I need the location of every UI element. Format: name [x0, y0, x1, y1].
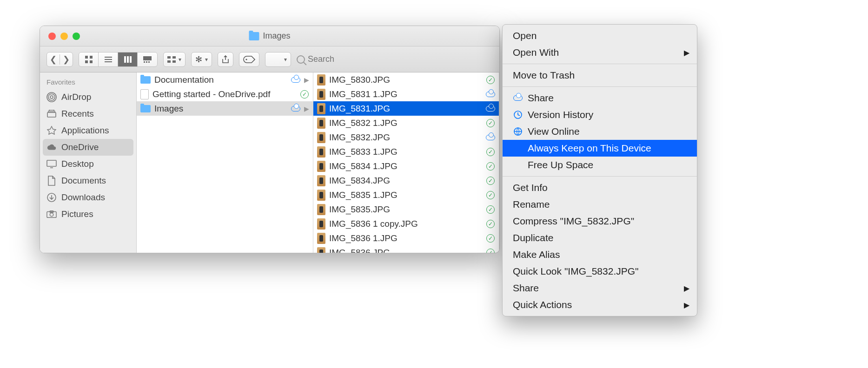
sidebar-item-recents[interactable]: Recents	[40, 105, 136, 122]
file-name: IMG_5831 1.JPG	[329, 89, 482, 99]
file-name: IMG_5834.JPG	[329, 176, 482, 186]
share-icon	[222, 55, 229, 64]
cloud-icon	[291, 104, 300, 113]
file-row[interactable]: IMG_5836 1 copy.JPG✓	[313, 217, 499, 231]
ctx-always-keep[interactable]: Always Keep on This Device	[503, 140, 697, 157]
minimize-button[interactable]	[60, 33, 68, 40]
ctx-quick-actions[interactable]: Quick Actions▶	[503, 296, 697, 313]
ctx-quick-look[interactable]: Quick Look "IMG_5832.JPG"	[503, 263, 697, 280]
file-row[interactable]: IMG_5834.JPG✓	[313, 173, 499, 188]
file-row[interactable]: IMG_5832 1.JPG✓	[313, 116, 499, 130]
airdrop-icon	[46, 92, 57, 102]
cloud-icon	[46, 143, 57, 152]
documents-icon	[46, 176, 57, 185]
file-row[interactable]: IMG_5834 1.JPG✓	[313, 159, 499, 173]
sidebar: Favorites AirDropRecentsApplicationsOneD…	[40, 72, 137, 253]
file-row[interactable]: IMG_5831.JPG	[313, 101, 499, 116]
action-button[interactable]: ✻▾	[191, 52, 212, 67]
file-name: IMG_5832 1.JPG	[329, 118, 482, 128]
file-name: IMG_5830.JPG	[329, 75, 482, 85]
sidebar-header: Favorites	[40, 75, 136, 89]
sidebar-item-pictures[interactable]: Pictures	[40, 206, 136, 223]
view-icon-columns[interactable]	[118, 53, 138, 66]
file-row[interactable]: IMG_5830.JPG✓	[313, 72, 499, 87]
svg-rect-2	[85, 60, 88, 63]
svg-rect-22	[47, 112, 56, 117]
sidebar-item-label: Desktop	[61, 159, 94, 169]
ctx-make-alias[interactable]: Make Alias	[503, 246, 697, 263]
svg-rect-13	[148, 61, 150, 63]
sidebar-item-onedrive[interactable]: OneDrive	[43, 139, 133, 156]
sidebar-item-applications[interactable]: Applications	[40, 122, 136, 139]
ctx-share-cloud[interactable]: Share	[503, 90, 697, 106]
ctx-trash[interactable]: Move to Trash	[503, 67, 697, 84]
forward-button[interactable]: ❯	[60, 54, 73, 65]
image-thumbnail	[317, 103, 325, 114]
view-icon-list[interactable]	[99, 53, 118, 66]
synced-check-icon: ✓	[486, 205, 495, 214]
sidebar-item-desktop[interactable]: Desktop	[40, 156, 136, 172]
synced-check-icon: ✓	[486, 191, 495, 200]
sidebar-item-documents[interactable]: Documents	[40, 172, 136, 189]
image-thumbnail	[317, 218, 325, 230]
file-name: IMG_5836.JPG	[329, 248, 482, 253]
file-row[interactable]: IMG_5835.JPG✓	[313, 202, 499, 217]
synced-check-icon: ✓	[486, 75, 495, 85]
file-row[interactable]: IMG_5833 1.JPG✓	[313, 145, 499, 159]
file-name: IMG_5832.JPG	[329, 132, 482, 143]
ctx-open-with[interactable]: Open With▶	[503, 44, 697, 61]
search-input[interactable]	[308, 54, 340, 64]
view-icon-gallery[interactable]	[138, 53, 157, 66]
image-thumbnail	[317, 204, 325, 215]
ctx-free-space[interactable]: Free Up Space	[503, 157, 697, 173]
synced-check-icon: ✓	[486, 118, 495, 128]
back-button[interactable]: ❮	[47, 54, 60, 65]
ctx-version-history[interactable]: Version History	[503, 106, 697, 123]
ctx-compress[interactable]: Compress "IMG_5832.JPG"	[503, 213, 697, 230]
image-thumbnail	[317, 161, 325, 172]
file-row[interactable]: IMG_5836 1.JPG✓	[313, 231, 499, 245]
sidebar-item-airdrop[interactable]: AirDrop	[40, 89, 136, 105]
tags-button[interactable]	[239, 52, 259, 67]
share-button[interactable]	[218, 52, 233, 67]
view-icon-grid[interactable]	[79, 53, 99, 66]
ctx-view-online[interactable]: View Online	[503, 123, 697, 140]
sidebar-item-label: Recents	[61, 109, 94, 119]
column-2: IMG_5830.JPG✓IMG_5831 1.JPGIMG_5831.JPGI…	[313, 72, 499, 253]
ctx-duplicate[interactable]: Duplicate	[503, 230, 697, 246]
file-name: Images	[154, 104, 287, 114]
file-row[interactable]: Getting started - OneDrive.pdf✓	[137, 87, 313, 101]
file-row[interactable]: IMG_5831 1.JPG	[313, 87, 499, 101]
gear-icon: ✻	[195, 54, 202, 65]
file-row[interactable]: Documentation▶	[137, 72, 313, 87]
synced-check-icon: ✓	[486, 248, 495, 253]
maximize-button[interactable]	[73, 33, 80, 40]
ctx-rename[interactable]: Rename	[503, 196, 697, 213]
sidebar-item-label: Downloads	[61, 192, 105, 203]
ctx-share[interactable]: Share▶	[503, 280, 697, 296]
finder-body: Favorites AirDropRecentsApplicationsOneD…	[40, 72, 499, 253]
svg-rect-24	[49, 110, 54, 111]
svg-rect-11	[144, 61, 145, 63]
chevron-right-icon: ▶	[304, 76, 309, 84]
file-row[interactable]: IMG_5835 1.JPG✓	[313, 188, 499, 202]
sidebar-item-downloads[interactable]: Downloads	[40, 189, 136, 206]
cloud-icon	[486, 104, 495, 113]
ctx-get-info[interactable]: Get Info	[503, 179, 697, 196]
svg-rect-12	[146, 61, 147, 63]
submenu-arrow-icon: ▶	[684, 301, 689, 309]
file-name: Getting started - OneDrive.pdf	[152, 89, 296, 99]
arrange-button[interactable]: ▾	[163, 52, 186, 67]
close-button[interactable]	[48, 33, 56, 40]
image-thumbnail	[317, 233, 325, 244]
ctx-open[interactable]: Open	[503, 27, 697, 44]
separator	[503, 86, 697, 87]
search-field	[297, 54, 340, 64]
file-row[interactable]: IMG_5832.JPG	[313, 130, 499, 145]
file-name: IMG_5833 1.JPG	[329, 147, 482, 157]
file-name: IMG_5836 1 copy.JPG	[329, 219, 482, 229]
context-menu: Open Open With▶ Move to Trash Share Vers…	[502, 24, 697, 316]
dropdown-button[interactable]: ▾	[265, 52, 291, 67]
file-row[interactable]: Images▶	[137, 101, 313, 116]
file-row[interactable]: IMG_5836.JPG✓	[313, 245, 499, 253]
